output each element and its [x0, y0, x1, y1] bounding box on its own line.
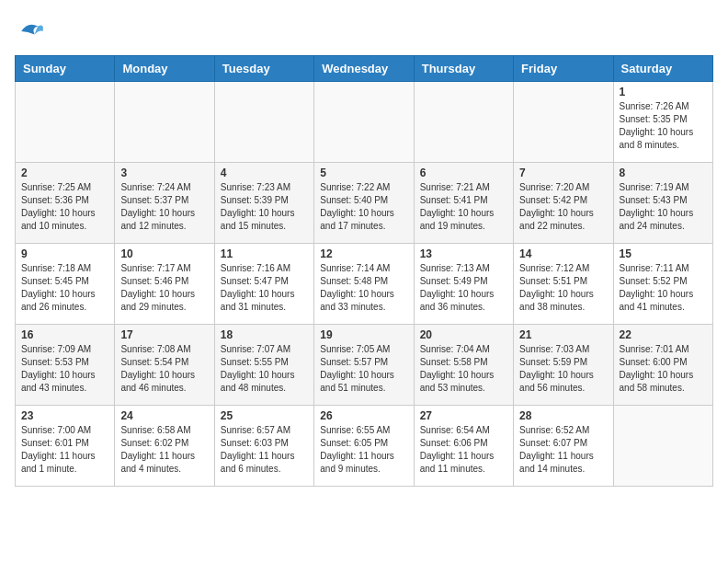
day-info: Sunrise: 7:22 AM Sunset: 5:40 PM Dayligh…: [320, 181, 407, 233]
header-row: SundayMondayTuesdayWednesdayThursdayFrid…: [16, 56, 713, 82]
day-number: 26: [320, 409, 407, 422]
day-cell: 16Sunrise: 7:09 AM Sunset: 5:53 PM Dayli…: [16, 325, 115, 406]
day-info: Sunrise: 7:08 AM Sunset: 5:54 PM Dayligh…: [120, 343, 208, 395]
day-number: 16: [21, 328, 108, 341]
day-number: 27: [420, 409, 507, 422]
day-cell: 6Sunrise: 7:21 AM Sunset: 5:41 PM Daylig…: [414, 163, 513, 244]
day-cell: 11Sunrise: 7:16 AM Sunset: 5:47 PM Dayli…: [214, 244, 313, 325]
day-number: 28: [519, 409, 607, 422]
day-number: 5: [320, 167, 407, 179]
day-cell: 20Sunrise: 7:04 AM Sunset: 5:58 PM Dayli…: [414, 325, 513, 406]
day-number: 9: [21, 247, 108, 260]
day-cell: 19Sunrise: 7:05 AM Sunset: 5:57 PM Dayli…: [314, 325, 414, 406]
day-info: Sunrise: 7:24 AM Sunset: 5:37 PM Dayligh…: [120, 181, 208, 233]
calendar-header: SundayMondayTuesdayWednesdayThursdayFrid…: [16, 56, 713, 82]
day-number: 25: [221, 409, 308, 422]
day-number: 8: [620, 167, 707, 179]
day-cell: 18Sunrise: 7:07 AM Sunset: 5:55 PM Dayli…: [214, 325, 313, 406]
day-info: Sunrise: 7:07 AM Sunset: 5:55 PM Dayligh…: [221, 343, 308, 395]
header-tuesday: Tuesday: [214, 56, 313, 82]
day-number: 6: [420, 167, 507, 179]
day-info: Sunrise: 7:14 AM Sunset: 5:48 PM Dayligh…: [320, 262, 407, 314]
day-number: 2: [21, 167, 108, 179]
day-info: Sunrise: 6:54 AM Sunset: 6:06 PM Dayligh…: [420, 424, 507, 476]
day-cell: 17Sunrise: 7:08 AM Sunset: 5:54 PM Dayli…: [115, 325, 214, 406]
day-number: 19: [320, 328, 407, 341]
day-info: Sunrise: 7:11 AM Sunset: 5:52 PM Dayligh…: [620, 262, 707, 314]
header-wednesday: Wednesday: [314, 56, 414, 82]
day-cell: [16, 82, 115, 163]
week-row-1: 1Sunrise: 7:26 AM Sunset: 5:35 PM Daylig…: [16, 82, 713, 163]
day-info: Sunrise: 7:26 AM Sunset: 5:35 PM Dayligh…: [620, 100, 707, 152]
day-number: 18: [221, 328, 308, 341]
day-info: Sunrise: 7:00 AM Sunset: 6:01 PM Dayligh…: [21, 424, 108, 476]
day-cell: 27Sunrise: 6:54 AM Sunset: 6:06 PM Dayli…: [414, 406, 513, 487]
day-number: 23: [21, 409, 108, 422]
day-cell: 3Sunrise: 7:24 AM Sunset: 5:37 PM Daylig…: [115, 163, 214, 244]
day-number: 7: [519, 167, 607, 179]
day-cell: [115, 82, 214, 163]
header-monday: Monday: [115, 56, 214, 82]
calendar-body: 1Sunrise: 7:26 AM Sunset: 5:35 PM Daylig…: [16, 82, 713, 487]
day-number: 22: [620, 328, 707, 341]
day-info: Sunrise: 6:52 AM Sunset: 6:07 PM Dayligh…: [519, 424, 607, 476]
week-row-5: 23Sunrise: 7:00 AM Sunset: 6:01 PM Dayli…: [16, 406, 713, 487]
day-info: Sunrise: 7:25 AM Sunset: 5:36 PM Dayligh…: [21, 181, 108, 233]
header-sunday: Sunday: [16, 56, 115, 82]
day-cell: [514, 82, 613, 163]
day-cell: 14Sunrise: 7:12 AM Sunset: 5:51 PM Dayli…: [514, 244, 613, 325]
day-number: 10: [120, 247, 208, 260]
day-info: Sunrise: 7:05 AM Sunset: 5:57 PM Dayligh…: [320, 343, 407, 395]
day-info: Sunrise: 7:16 AM Sunset: 5:47 PM Dayligh…: [221, 262, 308, 314]
day-info: Sunrise: 7:13 AM Sunset: 5:49 PM Dayligh…: [420, 262, 507, 314]
day-cell: [214, 82, 313, 163]
day-cell: 26Sunrise: 6:55 AM Sunset: 6:05 PM Dayli…: [314, 406, 414, 487]
logo-icon: [15, 15, 48, 48]
day-info: Sunrise: 7:20 AM Sunset: 5:42 PM Dayligh…: [519, 181, 607, 233]
day-cell: 10Sunrise: 7:17 AM Sunset: 5:46 PM Dayli…: [115, 244, 214, 325]
day-number: 15: [620, 247, 707, 260]
day-cell: 25Sunrise: 6:57 AM Sunset: 6:03 PM Dayli…: [214, 406, 313, 487]
day-cell: 13Sunrise: 7:13 AM Sunset: 5:49 PM Dayli…: [414, 244, 513, 325]
header-saturday: Saturday: [613, 56, 712, 82]
day-info: Sunrise: 7:19 AM Sunset: 5:43 PM Dayligh…: [620, 181, 707, 233]
day-number: 3: [120, 167, 208, 179]
day-number: 14: [519, 247, 607, 260]
day-cell: 1Sunrise: 7:26 AM Sunset: 5:35 PM Daylig…: [613, 82, 712, 163]
day-cell: 9Sunrise: 7:18 AM Sunset: 5:45 PM Daylig…: [16, 244, 115, 325]
day-number: 21: [519, 328, 607, 341]
day-cell: 12Sunrise: 7:14 AM Sunset: 5:48 PM Dayli…: [314, 244, 414, 325]
day-info: Sunrise: 6:55 AM Sunset: 6:05 PM Dayligh…: [320, 424, 407, 476]
day-cell: [314, 82, 414, 163]
day-cell: [414, 82, 513, 163]
header-thursday: Thursday: [414, 56, 513, 82]
day-cell: 15Sunrise: 7:11 AM Sunset: 5:52 PM Dayli…: [613, 244, 712, 325]
day-cell: 21Sunrise: 7:03 AM Sunset: 5:59 PM Dayli…: [514, 325, 613, 406]
day-number: 1: [620, 86, 707, 98]
day-cell: [613, 406, 712, 487]
day-cell: 22Sunrise: 7:01 AM Sunset: 6:00 PM Dayli…: [613, 325, 712, 406]
day-number: 11: [221, 247, 308, 260]
day-info: Sunrise: 7:12 AM Sunset: 5:51 PM Dayligh…: [519, 262, 607, 314]
day-cell: 5Sunrise: 7:22 AM Sunset: 5:40 PM Daylig…: [314, 163, 414, 244]
day-info: Sunrise: 7:21 AM Sunset: 5:41 PM Dayligh…: [420, 181, 507, 233]
day-info: Sunrise: 7:23 AM Sunset: 5:39 PM Dayligh…: [221, 181, 308, 233]
day-info: Sunrise: 6:57 AM Sunset: 6:03 PM Dayligh…: [221, 424, 308, 476]
day-number: 12: [320, 247, 407, 260]
day-info: Sunrise: 7:18 AM Sunset: 5:45 PM Dayligh…: [21, 262, 108, 314]
day-info: Sunrise: 7:09 AM Sunset: 5:53 PM Dayligh…: [21, 343, 108, 395]
week-row-2: 2Sunrise: 7:25 AM Sunset: 5:36 PM Daylig…: [16, 163, 713, 244]
calendar-table: SundayMondayTuesdayWednesdayThursdayFrid…: [15, 55, 713, 487]
day-cell: 7Sunrise: 7:20 AM Sunset: 5:42 PM Daylig…: [514, 163, 613, 244]
page-header: [15, 15, 713, 48]
day-number: 17: [120, 328, 208, 341]
day-info: Sunrise: 7:04 AM Sunset: 5:58 PM Dayligh…: [420, 343, 507, 395]
day-cell: 24Sunrise: 6:58 AM Sunset: 6:02 PM Dayli…: [115, 406, 214, 487]
day-cell: 28Sunrise: 6:52 AM Sunset: 6:07 PM Dayli…: [514, 406, 613, 487]
header-friday: Friday: [514, 56, 613, 82]
day-number: 24: [120, 409, 208, 422]
week-row-4: 16Sunrise: 7:09 AM Sunset: 5:53 PM Dayli…: [16, 325, 713, 406]
day-info: Sunrise: 6:58 AM Sunset: 6:02 PM Dayligh…: [120, 424, 208, 476]
day-info: Sunrise: 7:03 AM Sunset: 5:59 PM Dayligh…: [519, 343, 607, 395]
day-number: 4: [221, 167, 308, 179]
